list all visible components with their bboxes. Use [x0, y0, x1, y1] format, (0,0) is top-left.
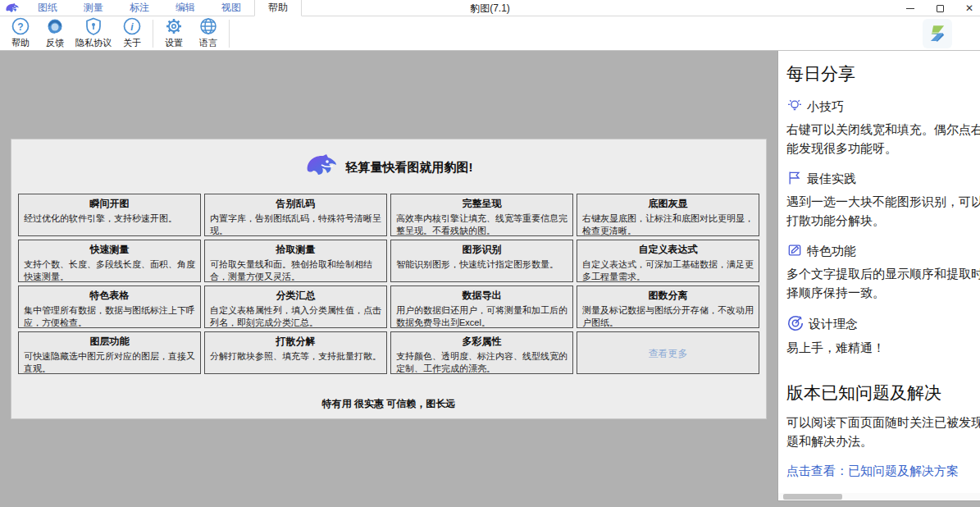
leopard-logo-icon [305, 153, 338, 182]
card-desc: 用户的数据归还用户，可将测量和加工后的数据免费导出到Excel。 [396, 304, 567, 328]
card-desc: 支持颜色、透明度、标注内容、线型线宽的定制、工作完成的漂亮。 [396, 350, 567, 374]
feature-card-special-table: 特色表格 集中管理所有数据，数据与图纸标注上下呼应，方便检查。 [18, 285, 201, 328]
sidebar-horizontal-scrollbar[interactable] [778, 493, 980, 500]
card-title: 底图灰显 [582, 197, 754, 211]
about-button[interactable]: i 关于 [115, 16, 149, 51]
tip-title: 特色功能 [807, 244, 856, 259]
panel-header: 轻算量快看图就用豹图! [11, 139, 766, 190]
menu-tab-bar: 图纸 测量 标注 编辑 视图 帮助 [25, 0, 302, 16]
svg-text:?: ? [17, 21, 23, 33]
card-desc: 集中管理所有数据，数据与图纸标注上下呼应，方便检查。 [24, 304, 195, 328]
card-desc: 测量及标记数据与图纸分开存储，不改动用户图纸。 [582, 304, 754, 328]
window-controls: ✕ [905, 0, 975, 16]
card-desc: 可快速隐藏选中图元所对应的图层，直接又直观。 [24, 350, 195, 374]
toolbar-separator [153, 20, 153, 48]
card-title: 数据导出 [396, 289, 567, 303]
card-desc: 分解打散块参照、填充等，支持批量打散。 [210, 350, 381, 363]
help-button[interactable]: ? 帮助 [3, 16, 38, 51]
tab-help[interactable]: 帮助 [254, 0, 302, 16]
tool-label: 帮助 [11, 37, 30, 49]
feature-card-grid: 瞬间开图 经过优化的软件引擎，支持秒速开图。 告别乱码 内置字库，告别图纸乱码，… [11, 190, 766, 374]
tool-label: 反馈 [46, 37, 64, 49]
flag-icon [786, 170, 803, 189]
feature-card-full-render: 完整呈现 高效率内核引擎让填充、线宽等重要信息完整呈现。不看残缺的图。 [390, 194, 573, 236]
workspace: 轻算量快看图就用豹图! 瞬间开图 经过优化的软件引擎，支持秒速开图。 告别乱码 … [0, 51, 980, 506]
known-issues-link[interactable]: 点击查看：已知问题及解决方案 [786, 464, 980, 479]
toolbar: ? 帮助 反馈 隐私协议 i 关于 设置 语言 [0, 16, 980, 51]
tip-best-practice: 最佳实践 遇到一选一大块不能图形识别，可以 打散功能分解块。 [786, 170, 980, 230]
gear-icon [164, 16, 184, 36]
card-desc: 可拾取矢量线和面。独创拾取和绘制相结合，测量方便又灵活。 [210, 258, 381, 282]
tip-title: 设计理念 [809, 317, 858, 332]
see-more-card[interactable]: 查看更多 [577, 331, 759, 374]
tip-design-philosophy: 设计理念 易上手，难精通！ [786, 314, 980, 357]
tip-title: 小技巧 [807, 99, 844, 115]
tool-label: 设置 [165, 37, 183, 49]
feature-card-classify-summary: 分类汇总 自定义表格属性列，填入分类属性值，点击列名，即刻完成分类汇总。 [204, 285, 387, 328]
tip-text: 打散功能分解块。 [786, 211, 980, 230]
privacy-policy-button[interactable]: 隐私协议 [72, 16, 115, 51]
settings-button[interactable]: 设置 [157, 16, 191, 51]
card-desc: 自定义表达式，可深加工基础数据，满足更多工程量需求。 [582, 258, 754, 282]
card-title: 告别乱码 [210, 197, 381, 211]
maximize-button[interactable] [934, 2, 946, 14]
card-title: 图层功能 [24, 335, 195, 349]
card-title: 分类汇总 [210, 289, 381, 303]
sidebar-title: 每日分享 [786, 62, 980, 85]
edit-note-icon [786, 242, 803, 261]
target-icon [786, 314, 805, 335]
panel-headline: 轻算量快看图就用豹图! [346, 160, 473, 176]
panel-footer-slogan: 特有用 很实惠 可信赖，图长远 [11, 397, 766, 411]
see-more-link[interactable]: 查看更多 [649, 347, 688, 361]
tab-measure[interactable]: 测量 [71, 0, 116, 16]
feature-card-shape-recognition: 图形识别 智能识别图形，快速统计指定图形数量。 [390, 240, 573, 282]
known-issues-title: 版本已知问题及解决 [786, 381, 980, 404]
tab-drawing[interactable]: 图纸 [25, 0, 71, 16]
feature-card-instant-open: 瞬间开图 经过优化的软件引擎，支持秒速开图。 [18, 194, 201, 236]
info-circle-icon: i [122, 16, 142, 36]
card-desc: 自定义表格属性列，填入分类属性值，点击列名，即刻完成分类汇总。 [210, 304, 381, 328]
tip-title: 最佳实践 [807, 171, 856, 187]
feature-card-gray-base: 底图灰显 右键灰显底图，让标注和底图对比更明显，检查更清晰。 [577, 194, 759, 236]
title-bar: 图纸 测量 标注 编辑 视图 帮助 豹图(7.1) ✕ [0, 0, 980, 16]
tab-annotate[interactable]: 标注 [116, 0, 162, 16]
drawing-canvas[interactable]: 轻算量快看图就用豹图! 瞬间开图 经过优化的软件引擎，支持秒速开图。 告别乱码 … [0, 51, 777, 506]
language-button[interactable]: 语言 [191, 16, 226, 51]
card-desc: 经过优化的软件引擎，支持秒速开图。 [24, 212, 195, 225]
tip-text: 多个文字提取后的显示顺序和提取时 [786, 264, 980, 283]
tab-edit[interactable]: 编辑 [162, 0, 208, 16]
feature-card-explode: 打散分解 分解打散块参照、填充等，支持批量打散。 [204, 331, 387, 374]
headset-icon [45, 16, 65, 36]
tab-view[interactable]: 视图 [208, 0, 254, 16]
issues-text: 可以阅读下面页面随时关注已被发现 [786, 413, 980, 432]
minimize-button[interactable] [905, 2, 916, 14]
s-zigzag-logo-icon[interactable] [923, 19, 952, 48]
feature-card-no-garbled: 告别乱码 内置字库，告别图纸乱码，特殊符号清晰呈现。 [204, 194, 387, 236]
feature-card-layer-function: 图层功能 可快速隐藏选中图元所对应的图层，直接又直观。 [18, 331, 201, 374]
card-desc: 高效率内核引擎让填充、线宽等重要信息完整呈现。不看残缺的图。 [396, 212, 567, 236]
feature-card-data-export: 数据导出 用户的数据归还用户，可将测量和加工后的数据免费导出到Excel。 [390, 285, 573, 328]
toolbar-separator [229, 20, 230, 48]
card-title: 图形识别 [396, 243, 567, 257]
card-title: 快速测量 [24, 243, 195, 257]
feedback-button[interactable]: 反馈 [38, 16, 72, 51]
card-desc: 智能识别图形，快速统计指定图形数量。 [396, 258, 567, 271]
tip-text: 易上手，难精通！ [786, 338, 980, 357]
tool-label: 语言 [199, 37, 217, 49]
card-title: 图数分离 [582, 289, 754, 303]
tip-text: 择顺序保持一致。 [786, 283, 980, 302]
feature-card-colorful-attributes: 多彩属性 支持颜色、透明度、标注内容、线型线宽的定制、工作完成的漂亮。 [390, 331, 573, 374]
card-desc: 右键灰显底图，让标注和底图对比更明显，检查更清晰。 [582, 212, 754, 236]
close-button[interactable]: ✕ [964, 2, 975, 14]
tool-label: 关于 [123, 37, 141, 49]
feature-card-data-separation: 图数分离 测量及标记数据与图纸分开存储，不改动用户图纸。 [577, 285, 759, 328]
card-desc: 内置字库，告别图纸乱码，特殊符号清晰呈现。 [210, 212, 381, 236]
scrollbar-thumb[interactable] [783, 494, 842, 500]
feature-card-pick-measure: 拾取测量 可拾取矢量线和面。独创拾取和绘制相结合，测量方便又灵活。 [204, 240, 387, 282]
app-leopard-logo-icon [0, 0, 25, 16]
help-circle-icon: ? [11, 16, 30, 36]
shield-key-icon [84, 16, 103, 36]
tip-text: 右键可以关闭线宽和填充。偶尔点右 [786, 120, 980, 139]
card-title: 瞬间开图 [24, 197, 195, 211]
tip-text: 能发现很多功能呀。 [786, 139, 980, 158]
